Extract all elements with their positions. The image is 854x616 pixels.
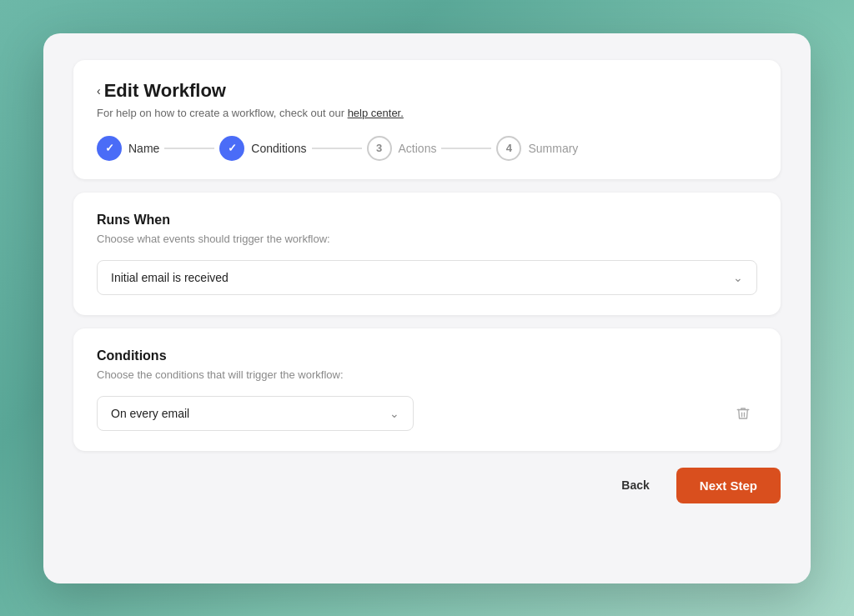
page-title: Edit Workflow — [104, 80, 226, 102]
conditions-title: Conditions — [97, 348, 757, 363]
help-center-link[interactable]: help center. — [348, 107, 404, 119]
condition-dropdown-value: On every email — [111, 407, 189, 420]
header-card: ‹ Edit Workflow For help on how to creat… — [73, 60, 781, 179]
step-summary-label: Summary — [528, 142, 578, 155]
modal-container: ‹ Edit Workflow For help on how to creat… — [43, 33, 811, 583]
step-summary-circle: 4 — [496, 136, 521, 161]
conditions-card: Conditions Choose the conditions that wi… — [73, 328, 781, 451]
delete-condition-button[interactable] — [729, 399, 757, 428]
back-link[interactable]: ‹ Edit Workflow — [97, 80, 757, 102]
runs-when-title: Runs When — [97, 213, 757, 228]
step-actions-circle: 3 — [367, 136, 392, 161]
conditions-desc: Choose the conditions that will trigger … — [97, 368, 757, 381]
runs-when-desc: Choose what events should trigger the wo… — [97, 233, 757, 245]
chevron-down-icon-2: ⌄ — [389, 407, 399, 420]
step-conditions-label: Conditions — [251, 142, 306, 155]
condition-dropdown[interactable]: On every email ⌄ — [97, 396, 414, 431]
next-step-button[interactable]: Next Step — [676, 468, 781, 503]
chevron-down-icon: ⌄ — [733, 271, 743, 284]
step-name: ✓ Name — [97, 136, 159, 161]
help-text: For help on how to create a workflow, ch… — [97, 107, 757, 119]
back-button[interactable]: Back — [605, 468, 666, 502]
step-connector-2 — [312, 148, 362, 149]
back-arrow-icon: ‹ — [97, 84, 101, 98]
condition-row: On every email ⌄ — [97, 396, 757, 431]
step-name-label: Name — [128, 142, 159, 155]
runs-when-card: Runs When Choose what events should trig… — [73, 193, 781, 315]
step-actions-label: Actions — [399, 142, 437, 155]
step-name-circle: ✓ — [97, 136, 122, 161]
step-conditions: ✓ Conditions — [219, 136, 306, 161]
step-summary: 4 Summary — [496, 136, 578, 161]
stepper: ✓ Name ✓ Conditions 3 Actions 4 Summary — [97, 136, 757, 161]
trash-icon — [736, 406, 751, 421]
step-actions: 3 Actions — [367, 136, 437, 161]
step-connector-1 — [164, 148, 214, 149]
trigger-dropdown[interactable]: Initial email is received ⌄ — [97, 260, 757, 295]
footer: Back Next Step — [73, 464, 781, 503]
step-conditions-circle: ✓ — [219, 136, 244, 161]
trigger-dropdown-value: Initial email is received — [111, 271, 229, 284]
step-connector-3 — [441, 148, 491, 149]
